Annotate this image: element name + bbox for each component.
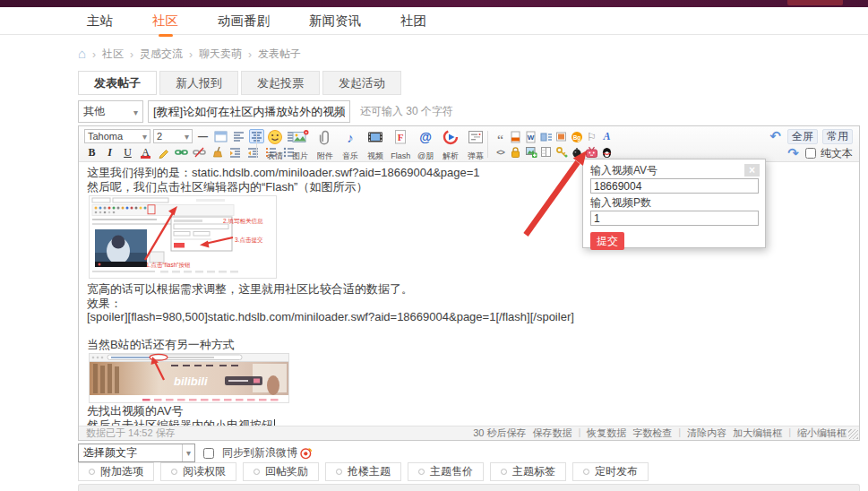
xml-code-button[interactable] [508, 129, 523, 144]
shrink-editor-link[interactable]: 缩小编辑框 [797, 426, 847, 440]
option-floor-grab[interactable]: 抢楼主题 [325, 462, 401, 481]
tab-new-post[interactable]: 发表帖子 [78, 71, 157, 95]
embedded-tutorial-screenshot: 1.点击“flash”按钮 2.填写相关信息 3.点击提交 [89, 195, 277, 279]
batch-image-button[interactable] [523, 144, 538, 159]
breadcrumb-forum[interactable]: 灵感交流 [140, 47, 183, 62]
background-color-button[interactable]: Bg [569, 129, 584, 144]
bomb-button[interactable] [569, 144, 584, 159]
separator: | [578, 426, 580, 440]
fullscreen-button[interactable]: 全屏 [787, 129, 818, 144]
nav-item-clubs[interactable]: 社团 [400, 13, 426, 30]
attachment-button[interactable]: 附件 [313, 127, 338, 161]
font-style-button[interactable] [599, 129, 614, 144]
clear-content-link[interactable]: 清除内容 [687, 426, 726, 440]
align-left-button[interactable] [231, 129, 246, 143]
category-select[interactable]: 其他 [78, 100, 143, 123]
page-layout-button[interactable] [213, 129, 228, 143]
underline-button[interactable] [120, 145, 135, 159]
content-line: 效果： [87, 297, 851, 311]
outdent-button[interactable] [228, 145, 243, 159]
plaintext-checkbox[interactable] [805, 148, 816, 159]
undo-button[interactable] [768, 129, 783, 143]
font-family-select[interactable]: Tahoma [84, 129, 150, 143]
danmaku-icon [467, 129, 485, 145]
chevron-down-icon [182, 444, 194, 461]
sync-weibo-checkbox[interactable] [203, 448, 214, 459]
nav-item-anime[interactable]: 动画番剧 [218, 13, 270, 30]
clear-format-button[interactable] [210, 145, 225, 159]
chevron-down-icon [133, 106, 138, 118]
flag-button[interactable] [584, 129, 599, 144]
italic-button[interactable] [102, 145, 117, 159]
home-icon[interactable] [78, 48, 86, 61]
post-title-input[interactable] [148, 100, 350, 123]
option-topic-price[interactable]: 主题售价 [408, 462, 484, 481]
code-button[interactable] [493, 144, 508, 159]
danmaku-button[interactable]: 弹幕 [463, 127, 488, 161]
breadcrumb-community[interactable]: 社区 [102, 47, 124, 62]
breadcrumb-separator [248, 48, 252, 61]
insert-music-button[interactable]: 音乐 [338, 127, 363, 161]
remove-link-button[interactable] [192, 145, 207, 159]
album-icon [525, 146, 537, 159]
tab-newcomer[interactable]: 新人报到 [159, 71, 238, 95]
qq-share-button[interactable] [599, 144, 614, 159]
blank-line [87, 324, 851, 338]
breadcrumb: 社区 灵感交流 聊天卖萌 发表帖子 [78, 47, 301, 62]
save-data-link[interactable]: 保存数据 [532, 426, 572, 440]
insert-image-button[interactable]: 图片 [288, 127, 313, 161]
resize-grip[interactable] [848, 429, 858, 439]
insert-video-button[interactable]: 视频 [363, 127, 388, 161]
nav-item-community[interactable]: 社区 [152, 13, 178, 30]
restore-data-link[interactable]: 恢复数据 [587, 426, 626, 440]
option-reply-reward[interactable]: 回帖奖励 [243, 462, 319, 481]
word-doc-button[interactable]: W [523, 129, 538, 144]
breadcrumb-separator [189, 48, 193, 61]
horizontal-rule-button[interactable] [195, 129, 211, 143]
redo-button[interactable] [786, 146, 801, 160]
presentation-button[interactable] [554, 129, 569, 144]
common-tools-button[interactable]: 常用 [822, 129, 853, 144]
breadcrumb-subforum[interactable]: 聊天卖萌 [199, 47, 242, 62]
paperclip-icon [316, 129, 334, 145]
indent-button[interactable] [245, 145, 261, 159]
blockquote-button[interactable] [493, 129, 508, 144]
insert-flash-button[interactable]: F Flash [388, 127, 413, 161]
part-number-input[interactable] [590, 211, 759, 226]
bg-color-icon: Bg [571, 131, 583, 143]
font-color-button[interactable] [138, 145, 153, 159]
av-number-input[interactable] [590, 178, 759, 194]
option-topic-tags[interactable]: 主题标签 [490, 462, 566, 481]
tab-activity[interactable]: 发起活动 [322, 71, 401, 95]
word-count-link[interactable]: 字数检查 [632, 426, 672, 440]
page-layout-icon [214, 131, 228, 142]
sell-content-button[interactable] [554, 144, 569, 159]
parse-video-button[interactable]: 解析 [438, 127, 463, 161]
option-extra[interactable]: 附加选项 [78, 462, 154, 481]
mention-friend-button[interactable]: @朋 [413, 127, 438, 161]
nav-item-main[interactable]: 主站 [87, 13, 113, 30]
font-size-select[interactable]: 2 [153, 129, 193, 143]
enlarge-editor-link[interactable]: 加大编辑框 [733, 426, 782, 440]
highlight-pen-button[interactable] [156, 145, 171, 159]
bold-button[interactable] [84, 145, 99, 159]
popup-close-button[interactable]: × [744, 164, 760, 177]
option-scheduled-publish[interactable]: 定时发布 [572, 462, 649, 481]
media-float-button[interactable] [538, 129, 554, 144]
svg-text:F: F [398, 132, 404, 142]
bilibili-video-button[interactable] [584, 144, 599, 159]
insert-flash-button-label: Flash [391, 152, 410, 160]
outdent-icon [229, 147, 241, 158]
table-button[interactable] [538, 144, 554, 159]
nav-item-news[interactable]: 新闻资讯 [309, 13, 361, 30]
tab-poll[interactable]: 发起投票 [241, 71, 320, 95]
option-read-permission[interactable]: 阅读权限 [160, 462, 236, 481]
hide-content-button[interactable] [508, 144, 523, 159]
option-label: 定时发布 [595, 464, 638, 479]
kaomoji-select[interactable]: 选择颜文字 [78, 444, 195, 462]
link-icon [175, 147, 188, 158]
submit-button[interactable]: 提交 [590, 232, 624, 250]
autosave-countdown: 30 秒后保存 [473, 426, 526, 440]
insert-link-button[interactable] [174, 145, 189, 159]
emoticon-button[interactable]: 表情 [262, 127, 288, 161]
